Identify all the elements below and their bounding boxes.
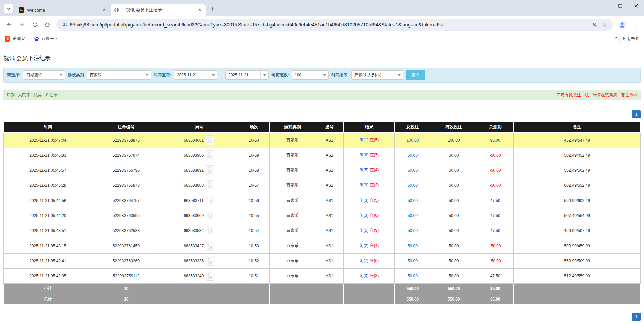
bookmark-star-icon[interactable]: ☆	[600, 20, 609, 30]
video-record-button[interactable]	[206, 211, 214, 220]
video-record-button[interactable]	[206, 256, 214, 266]
total-bet-link[interactable]: 50.00	[408, 228, 418, 233]
cell-valid-bet: 50.00	[431, 193, 477, 208]
page-number-button[interactable]: 1	[632, 110, 641, 118]
table-header: 时间注单编号局号场次游戏类别桌号结果总投注有效投注总派彩备注	[4, 122, 641, 132]
bookmark-baidu[interactable]: 百度一下	[34, 36, 58, 42]
search-button[interactable]: 查询	[406, 70, 425, 80]
sort-value: 降幂(由大到小)	[352, 72, 395, 78]
url-bar[interactable]: 66cxkj98.com/ipl/portal.php/game/betreco…	[56, 19, 613, 31]
welcome-favicon-icon	[19, 7, 24, 13]
round-id: 663583609	[184, 213, 204, 218]
total-bet-link[interactable]: 50.00	[408, 198, 418, 203]
sort-select[interactable]: 降幂(由大到小)	[351, 70, 403, 80]
cell-bet-id: 522983761459	[92, 238, 160, 253]
game-type-label: 游戏类别	[68, 72, 84, 78]
tab-close-icon[interactable]: ✕	[101, 7, 107, 13]
payout-value: 47.50	[490, 274, 500, 278]
video-record-button[interactable]	[206, 150, 214, 160]
total-bet-link[interactable]: 50.00	[408, 153, 418, 158]
cell-note: 502.49/452.49	[514, 148, 641, 163]
reload-button[interactable]	[29, 19, 40, 31]
column-header: 总投注	[395, 122, 431, 132]
home-button[interactable]	[42, 19, 53, 31]
cell-note: 512.49/559.99	[514, 268, 641, 283]
cell-payout: 47.50	[477, 223, 514, 238]
payout-value: -50.00	[490, 259, 501, 263]
result-banker: 庄(6)	[370, 258, 379, 263]
tab-betrecord[interactable]: :::视讯 会员下注纪录::: ✕	[111, 4, 206, 16]
tab-close-icon[interactable]: ✕	[197, 7, 203, 13]
tab-search-button[interactable]	[4, 4, 13, 13]
total-bet-link[interactable]: 50.00	[408, 274, 418, 278]
date-from-select[interactable]: 2025-11-21	[174, 70, 217, 80]
video-record-button[interactable]	[206, 196, 214, 205]
all-bookmarks-button[interactable]: 所有书签	[614, 36, 639, 42]
column-header: 场次	[238, 122, 270, 132]
header-row: 时间注单编号局号场次游戏类别桌号结果总投注有效投注总派彩备注	[4, 122, 641, 132]
cell-table-no: AS1	[315, 163, 344, 178]
cell-total-bet: 100.00	[395, 132, 431, 148]
subtotal-total-bet: 550.00	[395, 283, 431, 294]
back-button[interactable]	[3, 19, 15, 31]
forward-button[interactable]	[16, 19, 28, 31]
cell-round: 663583609	[160, 208, 238, 223]
cell-table-no: AS1	[315, 148, 344, 163]
cell-total-bet: 50.00	[395, 163, 431, 178]
cell-valid-bet: 100.00	[431, 132, 477, 148]
page-number-button[interactable]: 1	[632, 313, 641, 321]
url-text[interactable]: 66cxkj98.com/ipl/portal.php/game/betreco…	[70, 22, 590, 28]
video-record-button[interactable]	[206, 271, 214, 281]
total-bet-link[interactable]: 50.00	[408, 243, 418, 248]
per-page-value: 100	[292, 73, 320, 77]
tab-strip: Welcome ✕ :::视讯 会员下注纪录::: ✕ +	[0, 0, 644, 16]
browser-toolbar: 66cxkj98.com/ipl/portal.php/game/betreco…	[0, 16, 644, 34]
cell-table-no: AS1	[315, 268, 344, 283]
close-window-button[interactable]	[628, 0, 644, 11]
video-record-icon	[208, 152, 213, 158]
video-record-button[interactable]	[206, 241, 214, 251]
cell-note: 459.99/507.49	[514, 223, 641, 238]
minimize-button[interactable]	[597, 0, 612, 11]
profile-avatar[interactable]	[616, 19, 628, 31]
bookmark-taobao[interactable]: 淘 爱淘宝	[5, 36, 25, 42]
tab-title: Welcome	[27, 8, 99, 13]
video-record-button[interactable]	[206, 180, 214, 190]
total-bet-link[interactable]: 50.00	[408, 183, 418, 188]
total-valid-bet: 550.00	[431, 294, 477, 304]
cell-payout: -50.00	[477, 178, 514, 193]
per-page-select[interactable]: 100	[292, 70, 329, 80]
cell-payout: -50.00	[477, 148, 514, 163]
cell-result: 闲(9) 庄(3)	[344, 178, 395, 193]
column-header: 注单编号	[92, 122, 160, 132]
total-bet-link[interactable]: 100.00	[407, 138, 419, 143]
video-record-button[interactable]	[206, 226, 214, 235]
video-record-button[interactable]	[206, 135, 214, 145]
cell-round: 663583711	[160, 193, 238, 208]
cell-round: 663583427	[160, 238, 238, 253]
total-bet-link[interactable]: 50.00	[408, 213, 418, 218]
cell-session: 10-53	[238, 238, 270, 253]
tab-title: :::视讯 会员下注纪录:::	[122, 7, 194, 13]
game-type-select[interactable]: 百家乐	[87, 70, 151, 80]
date-to-select[interactable]: 2025-11-21	[225, 70, 269, 80]
new-tab-button[interactable]: +	[208, 4, 217, 14]
maximize-button[interactable]	[612, 0, 628, 11]
total-bet-link[interactable]: 50.00	[408, 259, 418, 263]
menu-kebab-icon[interactable]: ⋮	[629, 19, 641, 31]
cell-table-no: AS1	[315, 193, 344, 208]
zoom-icon[interactable]	[590, 20, 600, 30]
column-header: 时间	[4, 122, 92, 132]
home-icon	[44, 22, 50, 28]
video-record-button[interactable]	[206, 165, 214, 175]
tab-welcome[interactable]: Welcome ✕	[15, 4, 111, 16]
total-bet-link[interactable]: 50.00	[408, 168, 418, 173]
cell-session: 10-56	[238, 193, 270, 208]
result-player: 闲(3)	[360, 213, 369, 218]
site-info-icon[interactable]	[60, 20, 70, 30]
result-banker: 庄(7)	[370, 153, 379, 157]
cell-time: 2025-11-21 05:42:41	[4, 253, 92, 268]
query-type-select[interactable]: 日期查询	[23, 70, 65, 80]
result-player: 闲(3)	[360, 198, 369, 203]
select-label: 请选择:	[7, 72, 20, 78]
